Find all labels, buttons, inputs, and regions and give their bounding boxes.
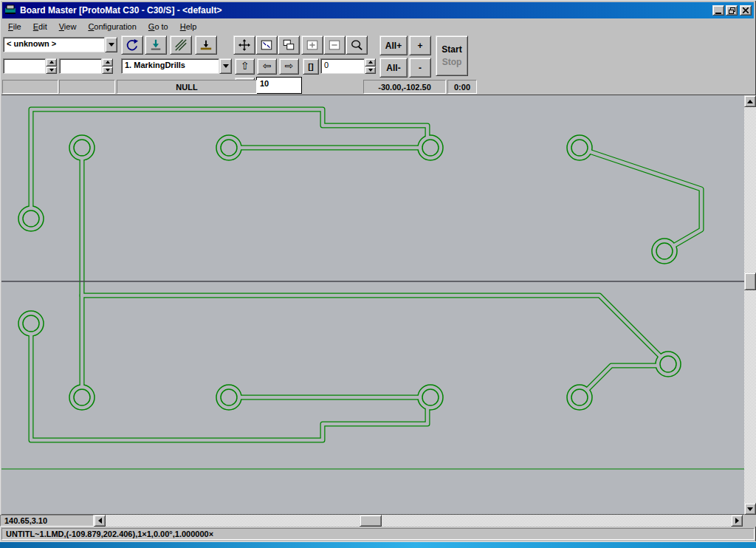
x-position-field[interactable]	[3, 58, 46, 74]
right-arrow-icon: ⇨	[285, 60, 294, 72]
spin-down-icon[interactable]	[102, 66, 113, 75]
refresh-button[interactable]	[121, 35, 143, 55]
scroll-left-icon	[98, 518, 102, 524]
window-controls	[711, 5, 752, 16]
pcb-canvas[interactable]	[1, 95, 744, 515]
zoom-dynamic-button[interactable]	[346, 35, 368, 55]
pcb-drawing	[1, 95, 744, 515]
restore-icon	[729, 7, 735, 14]
left-arrow-icon: ⇦	[263, 60, 272, 72]
zoom-out-button[interactable]	[323, 35, 346, 55]
y-position-spinner[interactable]	[102, 58, 113, 74]
magnifier-icon	[350, 38, 363, 52]
pan-view-icon	[238, 38, 251, 52]
status-cell-2	[59, 80, 115, 94]
restore-button[interactable]	[726, 5, 738, 16]
pan-view-button[interactable]	[233, 35, 255, 55]
all-minus-button[interactable]: All-	[379, 58, 408, 78]
tool-status: NULL	[117, 80, 257, 94]
app-icon	[4, 4, 16, 17]
spin-up-icon[interactable]	[46, 58, 57, 66]
scrollbar-corner	[743, 515, 756, 527]
hatch-icon	[174, 38, 188, 52]
zoom-overview-icon	[282, 38, 295, 52]
minus-label: -	[419, 63, 422, 73]
scroll-up-icon	[747, 100, 753, 103]
menu-view[interactable]: View	[53, 20, 83, 33]
menubar: File Edit View Configuration Go to Help	[2, 18, 754, 34]
scroll-down-icon	[747, 507, 753, 511]
plus-label: +	[417, 41, 422, 51]
all-minus-label: All-	[386, 63, 400, 73]
y-position-field[interactable]	[59, 58, 102, 74]
spin-down-icon[interactable]	[46, 66, 57, 75]
application-window: Board Master [ProtoMat C30 - C30/S] - <d…	[0, 0, 756, 548]
move-left-button[interactable]: ⇦	[257, 58, 277, 75]
move-up-button[interactable]: ⇧	[235, 58, 255, 75]
menu-goto[interactable]: Go to	[142, 20, 174, 33]
scroll-right-button[interactable]	[731, 515, 743, 527]
up-arrow-icon: ⇧	[241, 60, 250, 72]
start-label[interactable]: Start	[441, 44, 461, 55]
head-down-button[interactable]	[145, 35, 167, 55]
vertical-scrollbar[interactable]	[744, 95, 756, 515]
spin-up-icon[interactable]	[102, 58, 113, 66]
production-phase-value: 1. MarkingDrills	[121, 58, 219, 74]
vertical-scroll-thumb[interactable]	[744, 273, 756, 290]
production-phase-arrow-icon[interactable]	[219, 58, 232, 74]
statusbar: UNTITL~1.LMD,(-109.879,202.406),1×1,0.00…	[1, 528, 755, 540]
step-size-field[interactable]: 10	[256, 77, 302, 94]
production-phase-combo[interactable]: 1. MarkingDrills	[121, 58, 232, 74]
start-stop-button[interactable]: Start Stop	[436, 35, 468, 76]
horizontal-scroll-track[interactable]	[106, 515, 731, 527]
zoom-window-icon	[260, 38, 273, 52]
brackets-label: []	[308, 62, 313, 71]
line-select-field[interactable]: 0	[320, 58, 365, 74]
move-right-button[interactable]: ⇨	[279, 58, 299, 75]
statusbar-text: UNTITL~1.LMD,(-109.879,202.406),1×1,0.00…	[6, 530, 213, 538]
zoom-out-icon	[328, 38, 341, 52]
zoom-in-button[interactable]	[301, 35, 323, 55]
hatch-button[interactable]	[170, 35, 192, 55]
titlebar: Board Master [ProtoMat C30 - C30/S] - <d…	[2, 2, 754, 18]
zoom-in-icon	[306, 38, 319, 52]
spin-down-icon[interactable]	[365, 66, 376, 75]
mill-surface-button[interactable]	[195, 35, 217, 55]
plus-button[interactable]: +	[409, 35, 431, 55]
line-select-spinner[interactable]	[365, 58, 376, 74]
tool-status-value: NULL	[176, 83, 197, 92]
zoom-window-button[interactable]	[255, 35, 278, 55]
menu-edit-label: Edit	[33, 22, 47, 31]
mill-surface-icon	[199, 38, 213, 52]
all-plus-button[interactable]: All+	[379, 35, 408, 55]
brackets-button[interactable]: []	[303, 58, 319, 75]
menu-file-label: File	[8, 22, 21, 31]
minimize-icon	[715, 13, 721, 14]
minimize-button[interactable]	[712, 5, 724, 16]
zoom-overview-button[interactable]	[278, 35, 300, 55]
phase-combo-value: < unknown >	[3, 37, 105, 52]
spin-up-icon[interactable]	[365, 58, 376, 66]
horizontal-scroll-thumb[interactable]	[360, 515, 382, 527]
stop-label: Stop	[442, 57, 462, 67]
head-down-icon	[149, 38, 162, 52]
refresh-icon	[126, 38, 139, 52]
all-plus-label: All+	[385, 41, 402, 51]
close-button[interactable]	[740, 5, 752, 16]
scroll-down-button[interactable]	[744, 503, 756, 515]
menu-configuration[interactable]: Configuration	[82, 20, 142, 33]
x-position-spinner[interactable]	[46, 58, 57, 74]
scroll-up-button[interactable]	[744, 95, 756, 107]
menu-edit[interactable]: Edit	[27, 20, 53, 33]
phase-combo[interactable]: < unknown >	[3, 37, 117, 52]
menu-view-label: View	[59, 22, 77, 31]
scroll-left-button[interactable]	[94, 515, 106, 527]
minus-button[interactable]: -	[409, 58, 431, 78]
phase-combo-arrow-icon[interactable]	[105, 37, 117, 52]
menu-help[interactable]: Help	[174, 20, 203, 33]
menu-help-label: Help	[180, 22, 197, 31]
menu-file[interactable]: File	[2, 20, 27, 33]
status-cell-1	[2, 80, 58, 94]
cursor-position-value: 140.65,3.10	[4, 516, 47, 525]
background-window-titlebar[interactable]	[0, 541, 756, 548]
